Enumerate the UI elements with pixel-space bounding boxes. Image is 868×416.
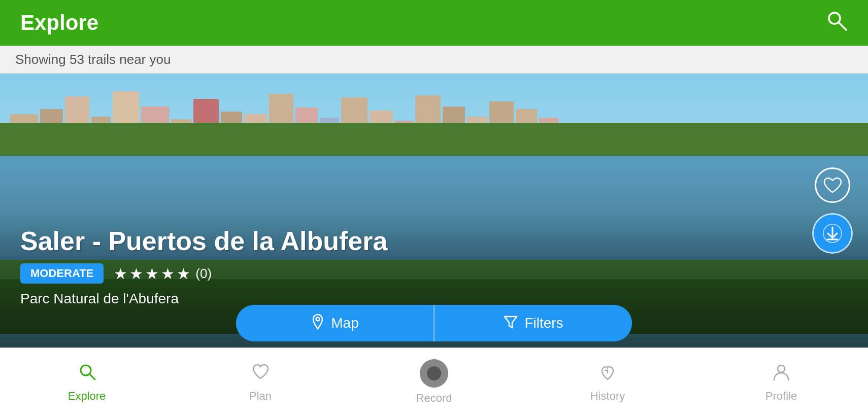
star-5: ★ (177, 265, 190, 283)
app-header: Explore (0, 0, 868, 46)
map-pin-icon (311, 314, 325, 333)
star-2: ★ (129, 265, 143, 283)
svg-line-1 (839, 23, 846, 30)
nav-item-profile[interactable]: Profile (694, 348, 868, 416)
rating-count: (0) (195, 266, 212, 282)
star-rating: ★ ★ ★ ★ ★ (0) (114, 265, 212, 283)
trail-meta: MODERATE ★ ★ ★ ★ ★ (0) (20, 263, 807, 284)
favorite-button[interactable] (815, 167, 850, 203)
svg-marker-6 (505, 317, 517, 328)
plan-icon (251, 362, 270, 386)
subtitle-bar: Showing 53 trails near you (0, 46, 868, 74)
svg-line-8 (89, 374, 95, 379)
trail-hero-image: Saler - Puertos de la Albufera MODERATE … (0, 74, 868, 348)
map-button[interactable]: Map (236, 305, 435, 341)
svg-point-0 (829, 13, 840, 24)
history-label: History (590, 390, 625, 403)
difficulty-badge: MODERATE (20, 263, 104, 284)
heart-icon (823, 176, 842, 195)
filter-icon (503, 315, 518, 332)
search-icon[interactable] (825, 9, 848, 37)
trails-count-text: Showing 53 trails near you (15, 52, 171, 67)
bottom-navigation: Explore Plan Record History (0, 348, 868, 416)
svg-point-5 (316, 317, 320, 321)
filters-button-label: Filters (524, 315, 563, 331)
star-1: ★ (114, 265, 127, 283)
app-title: Explore (20, 11, 98, 35)
star-3: ★ (145, 265, 159, 283)
nav-item-plan[interactable]: Plan (174, 348, 347, 416)
star-4: ★ (161, 265, 175, 283)
map-button-label: Map (331, 315, 358, 331)
trail-name: Saler - Puertos de la Albufera (20, 226, 807, 256)
map-filter-bar: Map Filters (236, 305, 632, 341)
nav-item-history[interactable]: History (521, 348, 694, 416)
explore-icon (77, 362, 96, 386)
filters-button[interactable]: Filters (435, 305, 632, 341)
download-button[interactable] (812, 213, 853, 254)
nav-item-explore[interactable]: Explore (0, 348, 174, 416)
profile-icon (772, 362, 791, 386)
record-icon (420, 359, 448, 388)
profile-label: Profile (765, 390, 797, 403)
history-icon (598, 362, 617, 386)
nav-item-record[interactable]: Record (347, 348, 521, 416)
plan-label: Plan (249, 390, 272, 403)
svg-point-9 (778, 365, 785, 372)
download-icon (822, 223, 843, 244)
record-label: Record (416, 392, 452, 405)
explore-label: Explore (68, 390, 106, 403)
trail-info-overlay: Saler - Puertos de la Albufera MODERATE … (20, 226, 807, 307)
image-action-buttons (812, 167, 853, 254)
